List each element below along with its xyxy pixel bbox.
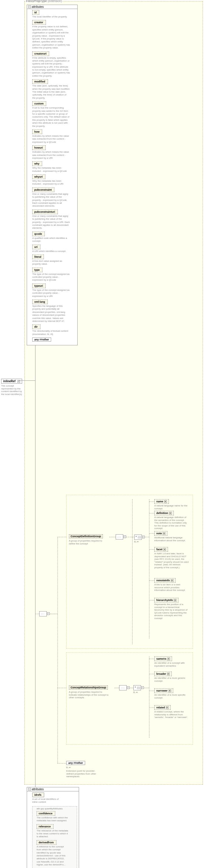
elem-broader[interactable]: broader+ <box>154 672 172 676</box>
elem-definition[interactable]: definition+ <box>154 511 174 516</box>
group-rel-label[interactable]: ConceptRelationshipsGroup <box>69 685 108 689</box>
elem-toggle[interactable]: + <box>166 706 169 709</box>
elem-toggle[interactable]: + <box>169 512 172 515</box>
attrs2-body: idrefs A set of local identifiers of inl… <box>27 792 79 868</box>
attr-box-modified[interactable]: modified <box>32 79 48 84</box>
attr-box-qcode[interactable]: qcode <box>32 231 45 236</box>
attr-box-creatoruri[interactable]: creatoruri <box>32 51 49 56</box>
attr-desc-modified: The date (and, optionally, the time) whe… <box>32 85 70 99</box>
attrs2-toggle[interactable]: − <box>28 788 31 790</box>
attr-custom: customIf set to true the corresponding p… <box>32 101 76 128</box>
seq-rel-toggle[interactable]: − <box>127 686 129 689</box>
attr-box-type[interactable]: type <box>32 268 42 272</box>
attr-id: idThe local identifier of the property. <box>32 10 76 18</box>
attr-modified: modifiedThe date (and, optionally, the t… <box>32 79 76 99</box>
any-other-attr[interactable]: any ##other <box>32 338 51 342</box>
connector <box>58 537 58 763</box>
connector <box>145 537 149 537</box>
attr-box-creator[interactable]: creator <box>32 20 46 25</box>
elem-note[interactable]: note+ <box>154 531 167 536</box>
attr-dir: dirThe directionality of textual content… <box>32 324 76 336</box>
connector <box>126 537 132 537</box>
attr-desc-type: The type of the concept assigned as cont… <box>32 273 70 282</box>
attr-box-literal[interactable]: literal <box>32 254 44 259</box>
attr-box-pubconstraint[interactable]: pubconstraint <box>32 187 54 192</box>
elem-toggle[interactable]: + <box>167 658 170 660</box>
attr-box-derivedfrom[interactable]: derivedfrom <box>37 840 56 845</box>
root-element: inlineRef − The concept represented by t… <box>1 379 23 396</box>
connector <box>130 688 134 688</box>
connector <box>149 513 154 514</box>
attr-desc-id: The local identifier of the property. <box>32 16 70 18</box>
attrs-toggle[interactable]: − <box>28 5 31 8</box>
group-def-label[interactable]: ConceptDefinitionGroup <box>69 534 103 538</box>
attr-desc-whyuri: Why the metadata has been included - exp… <box>32 180 70 186</box>
choice-rel-toggle[interactable]: − <box>141 686 144 689</box>
elem-narrower[interactable]: narrower+ <box>154 688 173 693</box>
elem-toggle[interactable]: + <box>174 599 176 601</box>
attr-desc-confidence: The confidence with which the metadata h… <box>37 816 68 823</box>
seq-def[interactable] <box>116 534 123 539</box>
elem-desc-narrower: An identifier of a more specific concept… <box>154 693 189 699</box>
connector <box>115 688 119 688</box>
connector <box>149 691 154 691</box>
attrs2-header[interactable]: − attributes <box>27 787 79 792</box>
attr-box-relevance[interactable]: relevance <box>37 824 54 829</box>
seq-rel[interactable] <box>119 685 127 690</box>
attrs-title: attributes <box>32 5 43 8</box>
elem-toggle[interactable]: + <box>171 579 174 582</box>
attr-qcode: qcodeA qualified code which identifies a… <box>32 231 76 243</box>
idrefs-desc: A set of local identifiers of inline con… <box>32 798 64 804</box>
elem-hierarchyInfo[interactable]: hierarchyInfo+ <box>154 598 178 602</box>
attr-box-confidence[interactable]: confidence <box>37 811 55 816</box>
attr-box-whyuri[interactable]: whyuri <box>32 175 45 179</box>
attr-desc-pubconstrainturi: One or many constraints that apply to pu… <box>32 215 70 230</box>
elem-toggle[interactable]: + <box>164 500 167 503</box>
any-other-ext[interactable]: any ##other <box>66 761 85 765</box>
seq-toggle[interactable]: − <box>47 612 50 615</box>
attr-desc-typeuri: The type of the concept assigned as cont… <box>32 289 70 298</box>
attr-literal: literalA free-text value assigned as pro… <box>32 254 76 266</box>
elem-facet[interactable]: facet+ <box>154 547 168 552</box>
choice-rel[interactable] <box>134 685 141 690</box>
elem-related[interactable]: related+ <box>154 705 171 710</box>
any-desc: Extension point for provider-defined pro… <box>66 770 101 778</box>
attr-box-xml:lang[interactable]: xml:lang <box>32 300 48 304</box>
diagram-canvas: Flex1PropType (extension) inlineRef − Th… <box>0 0 204 868</box>
elem-sameAs[interactable]: sameAs+ <box>154 656 172 661</box>
connector <box>58 763 66 764</box>
connector <box>132 499 133 644</box>
connector <box>149 674 154 674</box>
attr-desc-qcode: A qualified code which identifies a conc… <box>32 237 70 243</box>
attr-box-dir[interactable]: dir <box>32 324 40 329</box>
attr-desc-pubconstraint: One or many constraints that apply to pu… <box>32 193 70 208</box>
attr-pubconstrainturi: pubconstrainturiOne or many constraints … <box>32 210 76 230</box>
choice-def[interactable] <box>134 534 142 540</box>
sequence-node[interactable] <box>39 611 47 616</box>
attr-box-id[interactable]: id <box>32 10 39 15</box>
attr-box-custom[interactable]: custom <box>32 101 46 106</box>
elem-toggle[interactable]: + <box>163 548 166 551</box>
inlineRef-box[interactable]: inlineRef − <box>1 379 22 384</box>
attr-box-pubconstrainturi[interactable]: pubconstrainturi <box>32 210 58 214</box>
elem-toggle[interactable]: + <box>167 673 170 675</box>
attrs-header[interactable]: − attributes <box>27 5 77 9</box>
connector <box>132 537 134 537</box>
attr-box-howuri[interactable]: howuri <box>32 145 46 150</box>
elem-toggle[interactable]: + <box>169 689 171 692</box>
seq-def-toggle[interactable]: − <box>123 535 126 538</box>
connector <box>58 537 66 537</box>
any-occur: 0..∞ <box>66 766 70 769</box>
idrefs-box[interactable]: idrefs <box>32 793 44 797</box>
attr-box-why[interactable]: why <box>32 161 42 166</box>
elem-name[interactable]: name+ <box>154 499 169 504</box>
attr-box-typeuri[interactable]: typeuri <box>32 283 46 288</box>
base-type: Flex1PropType <box>26 0 47 3</box>
elem-desc-hierarchyInfo: Represents the position of a concept in … <box>154 603 189 620</box>
attr-desc-creatoruri: If the attribute is empty, specifies whi… <box>32 57 70 78</box>
elem-remoteInfo[interactable]: remoteInfo+ <box>154 578 176 583</box>
attr-box-uri[interactable]: uri <box>32 245 40 249</box>
elem-toggle[interactable]: + <box>163 532 165 535</box>
attr-box-how[interactable]: how <box>32 129 42 134</box>
choice-def-toggle[interactable]: − <box>142 536 145 538</box>
